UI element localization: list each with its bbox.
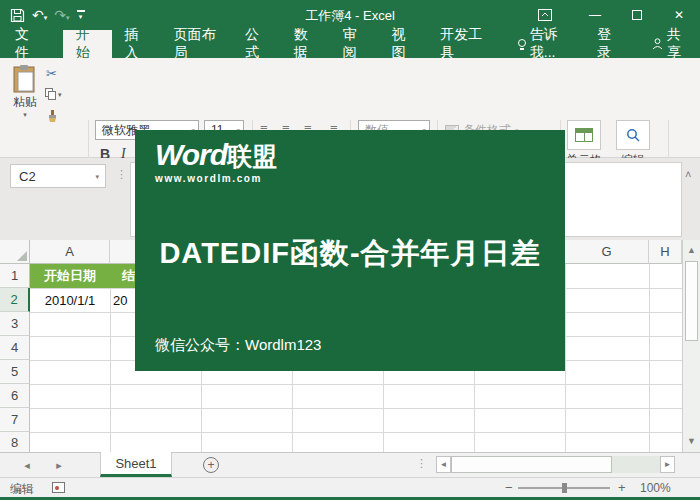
formula-bar-collapse-button[interactable]: ˄ (685, 168, 691, 180)
gridline (565, 264, 566, 452)
hscroll-track[interactable] (612, 456, 660, 473)
paste-button[interactable]: 粘贴 ▾ (8, 64, 42, 118)
row-header-8[interactable]: 8 (0, 432, 30, 452)
tab-review[interactable]: 审阅 (330, 30, 379, 58)
gridline (30, 408, 682, 409)
hscroll-thumb[interactable] (451, 456, 612, 473)
format-painter-button[interactable] (46, 110, 59, 123)
row-header-5[interactable]: 5 (0, 360, 30, 384)
row-header-7[interactable]: 7 (0, 408, 30, 432)
maximize-button[interactable] (620, 0, 654, 30)
vertical-scrollbar[interactable]: ▲ ▼ (682, 240, 700, 452)
tab-formulas[interactable]: 公式 (232, 30, 281, 58)
sheet-nav-left[interactable]: ◂ (20, 458, 34, 472)
sheet-nav-right[interactable]: ▸ (52, 458, 66, 472)
row-header-4[interactable]: 4 (0, 336, 30, 360)
add-sheet-button[interactable]: + (203, 457, 219, 473)
sign-in-button[interactable]: 登录 (584, 30, 633, 58)
tab-data[interactable]: 数据 (281, 30, 330, 58)
cell-a1[interactable]: 开始日期 (30, 264, 110, 288)
row-header-3[interactable]: 3 (0, 312, 30, 336)
macro-record-button[interactable] (52, 482, 65, 493)
brush-icon (46, 110, 59, 123)
column-header-g[interactable]: G (565, 240, 649, 264)
hscroll-right-button[interactable]: ► (660, 456, 675, 473)
tab-home[interactable]: 开始 (63, 30, 112, 58)
search-icon (616, 120, 650, 150)
scroll-down-button[interactable]: ▼ (683, 433, 700, 449)
gridline (30, 384, 682, 385)
column-header-a[interactable]: A (30, 240, 110, 264)
zoom-slider-handle[interactable] (562, 483, 567, 493)
share-button[interactable]: 共享 (639, 30, 700, 58)
gridline (30, 432, 682, 433)
maximize-icon (632, 10, 642, 20)
cells-icon (567, 120, 601, 150)
tab-scroll-separator: ⋮ (416, 457, 427, 470)
wordlm-url: www.wordlm.com (155, 173, 277, 184)
tell-me-button[interactable]: 告诉我... (505, 30, 584, 58)
tab-page-layout[interactable]: 页面布局 (160, 30, 232, 58)
status-mode: 编辑 (10, 481, 34, 498)
name-box[interactable]: C2 ▾ (10, 164, 106, 188)
tab-developer[interactable]: 开发工具 (427, 30, 499, 58)
clipboard-icon (12, 64, 38, 94)
sheet-tab-sheet1[interactable]: Sheet1 (100, 452, 172, 477)
row-header-2[interactable]: 2 (0, 288, 30, 312)
zoom-in-button[interactable]: + (618, 480, 626, 495)
cell-a2[interactable]: 2010/1/1 (30, 288, 110, 312)
hscroll-left-button[interactable]: ◄ (436, 456, 451, 473)
watermark-panel: Word联盟 www.wordlm.com DATEDIF函数-合并年月日差 微… (135, 130, 565, 371)
status-bar: 编辑 − + 100% (0, 477, 700, 497)
overlay-footer: 微信公众号：Wordlm123 (155, 336, 321, 355)
select-all-corner[interactable] (0, 240, 30, 264)
row-header-6[interactable]: 6 (0, 384, 30, 408)
tab-view[interactable]: 视图 (378, 30, 427, 58)
row-header-1[interactable]: 1 (0, 264, 30, 288)
column-header-h[interactable]: H (649, 240, 682, 264)
copy-icon (45, 88, 57, 100)
overlay-title: DATEDIF函数-合并年月日差 (135, 234, 565, 274)
vscroll-thumb[interactable] (685, 261, 698, 341)
tab-file[interactable]: 文件 (2, 30, 51, 58)
cut-button[interactable]: ✂ (46, 66, 57, 81)
gridline (649, 264, 650, 452)
wordlm-logo: Word联盟 www.wordlm.com (155, 138, 277, 184)
scroll-up-button[interactable]: ▲ (683, 242, 700, 258)
ribbon-tab-bar: 文件 开始 插入 页面布局 公式 数据 审阅 视图 开发工具 告诉我... 登录… (0, 30, 700, 58)
person-icon (652, 38, 663, 50)
tab-insert[interactable]: 插入 (112, 30, 161, 58)
zoom-out-button[interactable]: − (505, 480, 513, 495)
copy-button[interactable]: ▾ (45, 88, 62, 100)
lightbulb-icon (518, 39, 526, 50)
namebox-separator-dots: ⋮ (116, 168, 127, 181)
zoom-level[interactable]: 100% (640, 481, 671, 495)
